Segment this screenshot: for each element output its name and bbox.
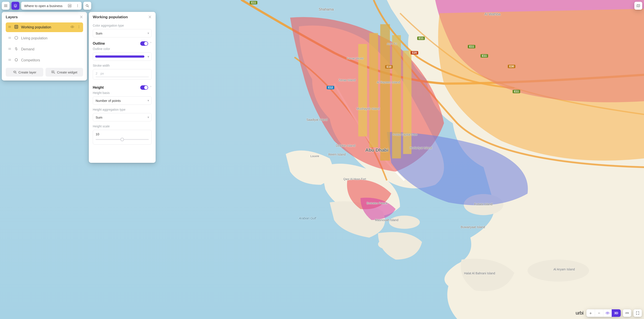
collapse-outline-button[interactable]: ˄	[150, 42, 152, 46]
create-widget-label: Create widget	[57, 70, 77, 74]
zoom-in-button[interactable]: ＋	[586, 309, 595, 317]
svg-point-18	[79, 28, 79, 28]
layer-item-living-population[interactable]: Living population	[6, 34, 83, 43]
island-aryam: Al Aryam Island	[554, 267, 575, 271]
color-bar	[95, 56, 144, 58]
poi-qasr: Qasr Al Hosn Fort	[343, 177, 366, 181]
height-basis-select[interactable]: Number of points ▾	[93, 96, 152, 105]
layer-item-label: Living population	[21, 36, 81, 40]
visibility-toggle[interactable]	[70, 25, 74, 30]
map-style-button[interactable]	[634, 2, 642, 10]
plus-icon: ＋	[588, 310, 592, 316]
svg-rect-8	[403, 51, 412, 154]
tilt-button[interactable]	[603, 309, 612, 317]
island-reem: Reem Island	[328, 153, 346, 156]
layer-item-working-population[interactable]: Working population	[6, 23, 83, 32]
menu-button[interactable]	[2, 2, 10, 10]
search-button[interactable]	[83, 2, 91, 10]
layer-item-label: Working population	[21, 25, 68, 29]
link-icon	[14, 47, 18, 52]
road-pill-e12: E12	[326, 86, 334, 89]
ruler-button[interactable]	[623, 309, 631, 317]
height-basis-label: Height basis	[93, 91, 152, 95]
layer-more-button[interactable]	[77, 25, 81, 30]
stroke-width-input[interactable]: 2 px	[93, 69, 152, 80]
widget-plus-icon	[51, 70, 55, 74]
drag-handle-icon[interactable]	[8, 25, 12, 30]
topbar-right	[634, 2, 642, 10]
close-icon	[80, 15, 83, 19]
color-agg-select[interactable]: Sum ▾	[93, 29, 152, 37]
outline-toggle[interactable]	[140, 41, 148, 46]
drag-handle-icon[interactable]	[8, 36, 12, 41]
height-agg-label: Height aggregation type	[93, 108, 152, 111]
svg-rect-5	[369, 33, 378, 147]
svg-rect-14	[15, 25, 18, 29]
layer-item-competitors[interactable]: Competitors	[6, 56, 83, 65]
chart-button[interactable]	[66, 2, 74, 10]
layer-item-label: Demand	[21, 47, 81, 51]
map-controls: urbi ＋ − 3D	[576, 309, 642, 317]
eye-icon	[606, 311, 610, 315]
svg-point-15	[72, 27, 73, 27]
height-section-title: Height	[93, 86, 104, 90]
fullscreen-icon	[636, 311, 640, 315]
search-icon	[85, 4, 89, 8]
road-pill-e20: E20	[410, 51, 418, 55]
island-halat: Halat Al Bahrani Island	[462, 271, 497, 275]
3d-label: 3D	[614, 311, 618, 315]
island-masnouah: Masnouah Island	[375, 218, 398, 222]
layers-panel: Layers Working population Living populat…	[2, 12, 87, 81]
island-saadiyat: Saadiyat Island	[306, 118, 328, 121]
height-toggle[interactable]	[140, 85, 148, 90]
poi-louvre: Louvre	[310, 154, 319, 158]
slider-thumb[interactable]	[120, 138, 124, 141]
svg-point-2	[389, 216, 420, 229]
3d-toggle-button[interactable]: 3D	[612, 309, 621, 317]
stroke-width-label: Stroke width	[93, 64, 152, 67]
hamburger-icon	[4, 4, 8, 8]
create-widget-button[interactable]: Create widget	[46, 68, 83, 77]
collapse-height-button[interactable]: ˄	[150, 86, 152, 90]
chevron-down-icon: ▾	[148, 55, 149, 59]
drag-handle-icon[interactable]	[8, 58, 12, 63]
height-scale-slider[interactable]	[96, 138, 149, 141]
island-mushayrib: Mushayrib Island	[356, 107, 380, 110]
more-button[interactable]	[74, 2, 82, 10]
drag-handle-icon[interactable]	[8, 47, 12, 52]
svg-point-16	[79, 26, 79, 26]
close-layers-button[interactable]	[80, 15, 83, 19]
settings-panel-title: Working population	[93, 15, 128, 19]
road-pill-e10: E10	[385, 65, 393, 69]
circle-icon	[14, 58, 18, 63]
hexagon-icon	[14, 36, 18, 41]
create-layer-button[interactable]: Create layer	[6, 68, 43, 77]
district-wathba: Al Wathba	[484, 12, 500, 16]
map-icon	[636, 4, 640, 8]
close-settings-button[interactable]	[148, 15, 152, 19]
outline-color-picker[interactable]: ▾	[93, 52, 152, 61]
layers-icon	[14, 4, 17, 8]
color-agg-type-label: Color aggregation type	[93, 24, 152, 27]
layers-button[interactable]	[12, 2, 19, 10]
svg-point-19	[15, 59, 18, 61]
stroke-width-track[interactable]	[96, 77, 149, 77]
height-scale-value: 10	[96, 132, 149, 136]
stroke-width-unit: px	[100, 72, 104, 75]
island-buwairyaat: Buwairyaat Island	[461, 225, 485, 229]
zoom-out-button[interactable]: −	[595, 309, 603, 317]
create-layer-label: Create layer	[18, 70, 36, 74]
fullscreen-button[interactable]	[634, 309, 642, 317]
layer-item-demand[interactable]: Demand	[6, 45, 83, 54]
project-title-group: Where to open a business	[21, 2, 82, 10]
svg-point-3	[378, 239, 396, 249]
svg-point-13	[86, 5, 88, 7]
island-hodariyat: Hodariyat Island	[410, 146, 432, 150]
island-dolphin: Dolphin Island	[336, 144, 356, 147]
close-icon	[148, 15, 152, 19]
height-agg-select[interactable]: Sum ▾	[93, 113, 152, 121]
height-scale-input[interactable]: 10	[93, 130, 152, 145]
road-pill-e11-d: E11	[480, 54, 488, 58]
height-basis-value: Number of points	[96, 99, 121, 103]
chevron-down-icon: ▾	[148, 31, 149, 35]
